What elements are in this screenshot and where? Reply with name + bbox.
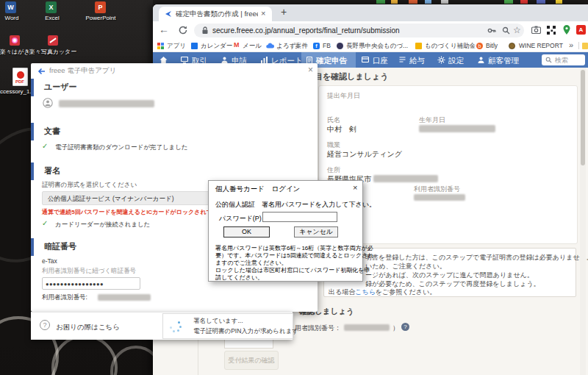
pin-dots: ●●●●●●●●●●●●●●●● xyxy=(46,281,104,288)
desktop-icon-photo-cutter[interactable]: 楽々写真カッター xyxy=(28,35,78,56)
nav-item-customers[interactable]: 顧客管理 xyxy=(488,56,519,66)
reader-status-text: カードリーダーが接続されました xyxy=(55,221,151,229)
apps-grid-icon[interactable] xyxy=(157,43,164,49)
etax-label: e-Tax xyxy=(42,257,57,265)
section-bar xyxy=(31,79,34,96)
bitly-icon: b xyxy=(476,43,483,49)
bookmark-mail[interactable]: メール xyxy=(243,42,262,51)
panel-close-icon[interactable]: × xyxy=(308,65,313,75)
kochira-link[interactable]: こちら xyxy=(355,288,376,296)
section-bar xyxy=(31,162,34,180)
bookmark-bitly[interactable]: Bitly xyxy=(486,42,498,49)
doc-status-text: 電子証明書書類のダウンロードが完了しました xyxy=(55,143,188,152)
address-value-redacted xyxy=(373,175,438,182)
nav-report-icon xyxy=(261,57,268,63)
browser-tab[interactable]: 確定申告書類の作成 | freee × xyxy=(159,7,272,21)
ok-button[interactable]: OK xyxy=(223,226,270,238)
reload-icon[interactable] xyxy=(178,25,188,35)
cert-type-value: 公的個人認証サービス (マイナンバーカード) xyxy=(48,195,174,204)
bookmark-calendar[interactable]: カレンダー xyxy=(201,42,232,51)
userid-line-redacted xyxy=(344,324,390,331)
userid-paren: ） xyxy=(392,324,399,333)
toast-line-2: 電子証明書のPIN入力が求められます xyxy=(193,327,298,336)
search-icon xyxy=(545,57,552,63)
qr-extension-icon[interactable] xyxy=(547,26,556,35)
nav-item-accounts[interactable]: 口座 xyxy=(373,56,388,66)
signing-toast: 署名しています... 電子証明書のPIN入力が求められます xyxy=(162,313,293,339)
content-header-1: 目を確認しましょう xyxy=(315,71,389,82)
dialog-password-input[interactable] xyxy=(262,212,337,222)
help-badge-icon[interactable]: ? xyxy=(401,323,409,331)
bookmarks-separator xyxy=(578,42,579,49)
desktop-icon-fragment xyxy=(425,0,431,4)
bookmark-yorozu[interactable]: よろず案件 xyxy=(276,42,308,51)
facebook-icon: f xyxy=(313,43,320,49)
panel-userid-redacted xyxy=(98,294,151,301)
panel-title: freee 電子申告アプリ xyxy=(49,66,116,76)
bookmark-monodukuri[interactable]: ものづくり補助金 xyxy=(425,42,476,51)
toast-line-1: 署名しています... xyxy=(193,317,243,326)
bookmark-nagano[interactable]: 長野県中央会ものづ... xyxy=(346,42,408,51)
scrollbar-thumb[interactable] xyxy=(581,70,585,165)
submit-date-label: 提出年月日 xyxy=(327,91,360,101)
tab-title: 確定申告書類の作成 | freee xyxy=(176,10,258,19)
nav-item-payroll[interactable]: 給与 xyxy=(409,56,425,66)
nav-search-box[interactable]: 検索 xyxy=(542,54,585,65)
panel-back-icon[interactable] xyxy=(37,68,46,75)
nav-accounts-icon xyxy=(362,57,369,63)
result-check-button[interactable]: 受付結果の確認 xyxy=(224,351,279,370)
camera-extension-icon[interactable] xyxy=(531,26,541,34)
user-id-value-redacted xyxy=(414,194,465,201)
bookmark-fb[interactable]: FB xyxy=(323,42,331,49)
bookmark-apps[interactable]: アプリ xyxy=(167,42,186,51)
spinner-icon xyxy=(169,320,181,332)
pin-dialog: 個人番号カード ログイン × 公的個人認証 署名用パスワードを入力して下さい。 … xyxy=(208,180,363,282)
birth-date-label: 生年月日 xyxy=(419,115,445,125)
nav-item-settings[interactable]: 設定 xyxy=(448,56,464,66)
userid-line-fragment: 用者識別番号： xyxy=(295,324,341,333)
zoom-icon[interactable] xyxy=(502,26,510,35)
name-value: 中村 剣 xyxy=(327,124,356,135)
globe-icon xyxy=(337,43,343,49)
desktop-icon-hagaki[interactable]: 楽々はがき xyxy=(0,35,29,56)
help-circle-icon: ? xyxy=(40,320,50,330)
nav-payroll-icon xyxy=(399,57,406,63)
desktop-icon-word[interactable]: W Word xyxy=(2,1,21,21)
dialog-password-label: パスワード(P) xyxy=(219,214,262,224)
column-divider xyxy=(198,340,198,375)
help-link[interactable]: お困りの際はこちら xyxy=(56,323,120,332)
map-pin-extension-icon[interactable] xyxy=(563,25,570,35)
wine-report-icon xyxy=(509,43,515,49)
photo-cutter-icon xyxy=(48,35,58,46)
bookmarks-overflow-icon[interactable]: » xyxy=(569,40,573,49)
dialog-close-icon[interactable]: × xyxy=(353,183,357,192)
powerpoint-icon: P xyxy=(95,1,106,13)
pdf-extension-icon[interactable]: A xyxy=(576,25,586,35)
gmail-icon: M xyxy=(234,41,240,49)
user-avatar-icon xyxy=(43,98,53,108)
desktop-icon-fragment xyxy=(556,0,562,4)
pdf-file-icon: PDF xyxy=(12,68,28,86)
key-icon[interactable] xyxy=(487,26,496,35)
section-bar xyxy=(31,123,34,140)
info-line-5: 出る場合こちらをご参照ください。 xyxy=(329,288,436,297)
desktop-icon-powerpoint[interactable]: P PowerPoint xyxy=(85,1,117,21)
address-bar[interactable]: secure.freee.co.jp/annual_reports/final_… xyxy=(194,24,524,38)
bookmark-wine-report[interactable]: WINE REPORT xyxy=(519,42,563,49)
new-tab-button[interactable]: + xyxy=(281,6,287,18)
partial-input[interactable] xyxy=(224,339,273,349)
check-icon: ✓ xyxy=(42,142,48,150)
nav-settings-gear-icon xyxy=(437,56,445,64)
pin-password-input[interactable]: ●●●●●●●●●●●●●●●● xyxy=(42,277,140,290)
dialog-title: 個人番号カード ログイン xyxy=(215,185,300,194)
desktop-icon-fragment xyxy=(409,0,417,4)
desktop-icon-pdf-file[interactable]: PDF ccessory_1... xyxy=(0,68,32,95)
cloud-icon xyxy=(266,43,274,49)
tab-close-icon[interactable]: × xyxy=(261,9,265,18)
desktop-icon-excel[interactable]: X Excel xyxy=(43,1,62,21)
cert-select-label: 証明書の形式を選択してください xyxy=(42,181,137,190)
cancel-button[interactable]: キャンセル xyxy=(294,226,338,238)
excel-icon: X xyxy=(46,1,57,13)
back-icon[interactable]: ← xyxy=(159,24,169,35)
bookmark-star-icon[interactable]: ☆ xyxy=(513,25,521,35)
